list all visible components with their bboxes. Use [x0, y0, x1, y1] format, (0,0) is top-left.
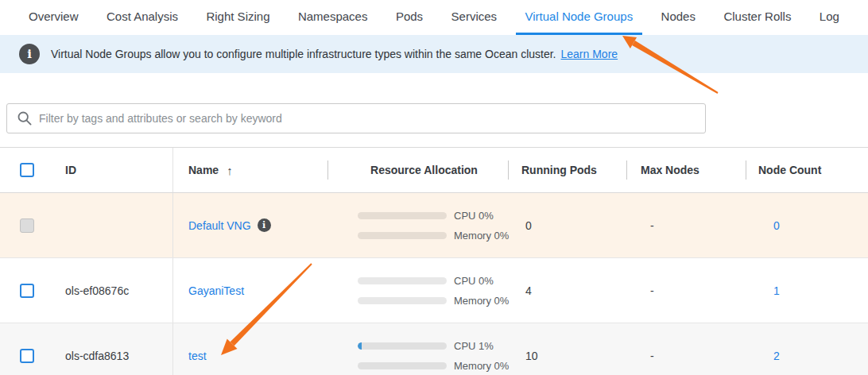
tab-overview[interactable]: Overview: [19, 0, 88, 35]
tab-pods[interactable]: Pods: [386, 0, 432, 35]
column-header-name[interactable]: Name ↑: [173, 148, 327, 192]
filter-search: [6, 103, 706, 133]
node-count-link[interactable]: 2: [773, 350, 780, 362]
tab-nodes[interactable]: Nodes: [652, 0, 705, 35]
vng-name-link[interactable]: test: [188, 350, 207, 362]
cpu-usage-bar: [358, 212, 447, 219]
info-icon[interactable]: i: [258, 218, 271, 232]
table-row-default-vng[interactable]: Default VNG i CPU 0% Memory 0% 0 - 0: [0, 193, 868, 258]
row-checkbox[interactable]: [20, 284, 34, 298]
memory-usage-label: Memory 0%: [454, 360, 509, 372]
row-checkbox[interactable]: [20, 349, 34, 363]
table-row-test[interactable]: ols-cdfa8613 test CPU 1% Memory 0% 10 - …: [0, 323, 868, 375]
running-pods-value: 10: [508, 323, 626, 375]
info-banner: i Virtual Node Groups allow you to confi…: [0, 35, 868, 73]
running-pods-value: 4: [508, 258, 626, 323]
table-row-gayanitest[interactable]: ols-ef08676c GayaniTest CPU 0% Memory 0%…: [0, 258, 868, 323]
max-nodes-value: -: [626, 258, 746, 323]
search-input[interactable]: [6, 103, 706, 133]
tab-bar: Overview Cost Analysis Right Sizing Name…: [0, 0, 868, 35]
banner-message: Virtual Node Groups allow you to configu…: [51, 48, 556, 60]
memory-usage-bar: [358, 232, 447, 239]
vng-id: ols-ef08676c: [64, 258, 173, 323]
cpu-usage-bar: [358, 342, 447, 350]
max-nodes-value: -: [626, 323, 746, 375]
cpu-usage-label: CPU 1%: [454, 340, 494, 352]
column-header-max-nodes: Max Nodes: [626, 148, 746, 192]
vng-table: ID Name ↑ Resource Allocation Running Po…: [0, 147, 868, 375]
search-icon: [17, 110, 33, 126]
memory-usage-label: Memory 0%: [454, 230, 509, 242]
vng-id: [64, 193, 173, 257]
vng-id: ols-cdfa8613: [64, 323, 173, 375]
column-header-running-pods: Running Pods: [508, 148, 626, 192]
row-checkbox: [20, 218, 34, 233]
memory-usage-bar: [358, 297, 447, 304]
max-nodes-value: -: [626, 193, 746, 257]
tab-virtual-node-groups[interactable]: Virtual Node Groups: [516, 0, 643, 35]
tab-cost-analysis[interactable]: Cost Analysis: [97, 0, 188, 35]
column-header-node-count: Node Count: [746, 148, 868, 192]
vng-name-link[interactable]: Default VNG: [188, 219, 251, 232]
cpu-usage-label: CPU 0%: [454, 210, 494, 222]
learn-more-link[interactable]: Learn More: [561, 48, 618, 60]
cpu-usage-bar: [358, 277, 447, 284]
running-pods-value: 0: [508, 193, 626, 257]
vng-name-link[interactable]: GayaniTest: [188, 284, 244, 297]
node-count-link[interactable]: 1: [773, 284, 780, 297]
column-header-name-label: Name: [188, 164, 219, 176]
select-all-checkbox[interactable]: [20, 163, 34, 177]
memory-usage-bar: [358, 362, 447, 369]
sort-ascending-icon: ↑: [227, 164, 233, 177]
memory-usage-label: Memory 0%: [454, 295, 509, 307]
column-header-id: ID: [64, 148, 173, 192]
tab-services[interactable]: Services: [442, 0, 507, 35]
tab-right-sizing[interactable]: Right Sizing: [196, 0, 279, 35]
tab-cluster-rolls[interactable]: Cluster Rolls: [714, 0, 800, 35]
table-header-row: ID Name ↑ Resource Allocation Running Po…: [0, 147, 868, 193]
cpu-usage-label: CPU 0%: [454, 275, 494, 287]
tab-namespaces[interactable]: Namespaces: [289, 0, 378, 35]
info-icon: i: [19, 44, 40, 64]
ocean-cluster-page: Overview Cost Analysis Right Sizing Name…: [0, 0, 868, 375]
node-count-link[interactable]: 0: [773, 219, 780, 232]
column-header-resource-allocation: Resource Allocation: [327, 148, 508, 192]
tab-log[interactable]: Log: [810, 0, 849, 35]
